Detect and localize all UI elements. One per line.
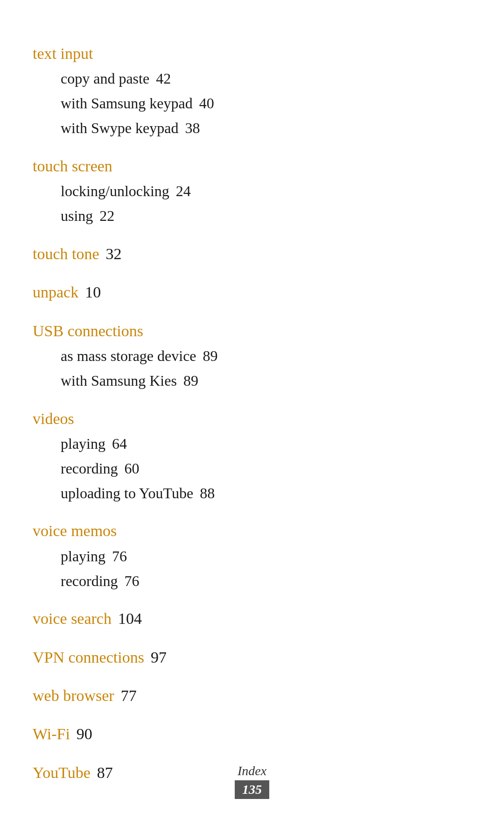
subentry-page: 64 <box>112 431 127 456</box>
entry-vpn-connections: VPN connections97 <box>33 645 471 670</box>
subentry-page: 22 <box>99 204 114 228</box>
subentries-usb-connections: as mass storage device89with Samsung Kie… <box>61 344 471 393</box>
subentry-text-input-2: with Swype keypad38 <box>61 116 471 141</box>
subentries-voice-memos: playing76recording76 <box>61 544 471 594</box>
entry-page-vpn-connections: 97 <box>151 649 167 666</box>
entry-voice-memos: voice memosplaying76recording76 <box>33 518 471 593</box>
entry-videos: videosplaying64recording60uploading to Y… <box>33 406 471 506</box>
subentry-page: 88 <box>200 481 215 506</box>
footer-label: Index <box>238 763 266 778</box>
entry-usb-connections: USB connectionsas mass storage device89w… <box>33 318 471 393</box>
entry-heading-voice-memos: voice memos <box>33 522 117 539</box>
entry-wi-fi: Wi-Fi90 <box>33 721 471 747</box>
subentry-label: as mass storage device <box>61 344 196 368</box>
entry-heading-touch-tone: touch tone <box>33 245 99 262</box>
entry-heading-web-browser: web browser <box>33 687 114 704</box>
entry-web-browser: web browser77 <box>33 683 471 708</box>
entry-page-unpack: 10 <box>85 283 101 301</box>
entry-heading-vpn-connections: VPN connections <box>33 649 144 666</box>
subentry-label: recording <box>61 456 118 481</box>
subentry-label: playing <box>61 431 105 456</box>
entry-heading-unpack: unpack <box>33 283 78 301</box>
subentry-label: using <box>61 204 93 228</box>
subentry-label: playing <box>61 544 105 569</box>
subentries-text-input: copy and paste42with Samsung keypad40wit… <box>61 66 471 140</box>
entry-page-wi-fi: 90 <box>77 725 92 742</box>
subentry-page: 76 <box>112 544 127 569</box>
subentry-label: with Samsung keypad <box>61 91 193 116</box>
entry-heading-touch-screen: touch screen <box>33 157 112 175</box>
subentry-touch-screen-0: locking/unlocking24 <box>61 179 471 204</box>
subentry-label: recording <box>61 569 118 594</box>
subentry-page: 76 <box>125 569 140 594</box>
subentry-page: 89 <box>203 344 218 368</box>
entry-heading-videos: videos <box>33 410 74 427</box>
subentry-usb-connections-1: with Samsung Kies89 <box>61 368 471 393</box>
subentry-touch-screen-1: using22 <box>61 204 471 228</box>
page-footer: Index 135 <box>0 763 504 799</box>
entry-text-input: text inputcopy and paste42with Samsung k… <box>33 41 471 141</box>
subentry-page: 40 <box>199 91 214 116</box>
entry-heading-text-input: text input <box>33 45 93 62</box>
subentry-videos-2: uploading to YouTube88 <box>61 481 471 506</box>
subentry-voice-memos-1: recording76 <box>61 569 471 594</box>
subentry-label: with Swype keypad <box>61 116 178 141</box>
subentry-page: 89 <box>183 368 198 393</box>
subentry-usb-connections-0: as mass storage device89 <box>61 344 471 368</box>
subentry-label: locking/unlocking <box>61 179 169 204</box>
entry-voice-search: voice search104 <box>33 606 471 631</box>
subentry-text-input-1: with Samsung keypad40 <box>61 91 471 116</box>
entry-heading-wi-fi: Wi-Fi <box>33 725 70 742</box>
subentry-voice-memos-0: playing76 <box>61 544 471 569</box>
subentry-page: 42 <box>156 66 171 91</box>
entry-unpack: unpack10 <box>33 280 471 305</box>
entry-page-web-browser: 77 <box>121 687 137 704</box>
subentries-touch-screen: locking/unlocking24using22 <box>61 179 471 228</box>
entry-page-voice-search: 104 <box>118 610 142 627</box>
subentry-page: 24 <box>176 179 191 204</box>
subentry-videos-1: recording60 <box>61 456 471 481</box>
index-content: text inputcopy and paste42with Samsung k… <box>33 41 471 785</box>
subentry-text-input-0: copy and paste42 <box>61 66 471 91</box>
subentry-page: 38 <box>185 116 200 141</box>
entry-page-touch-tone: 32 <box>106 245 122 262</box>
entry-touch-tone: touch tone32 <box>33 241 471 267</box>
subentry-videos-0: playing64 <box>61 431 471 456</box>
subentries-videos: playing64recording60uploading to YouTube… <box>61 431 471 505</box>
entry-touch-screen: touch screenlocking/unlocking24using22 <box>33 154 471 228</box>
subentry-label: uploading to YouTube <box>61 481 193 506</box>
subentry-page: 60 <box>125 456 140 481</box>
entry-heading-voice-search: voice search <box>33 610 112 627</box>
subentry-label: with Samsung Kies <box>61 368 177 393</box>
entry-heading-usb-connections: USB connections <box>33 322 143 339</box>
footer-page-number: 135 <box>235 780 269 799</box>
subentry-label: copy and paste <box>61 66 149 91</box>
